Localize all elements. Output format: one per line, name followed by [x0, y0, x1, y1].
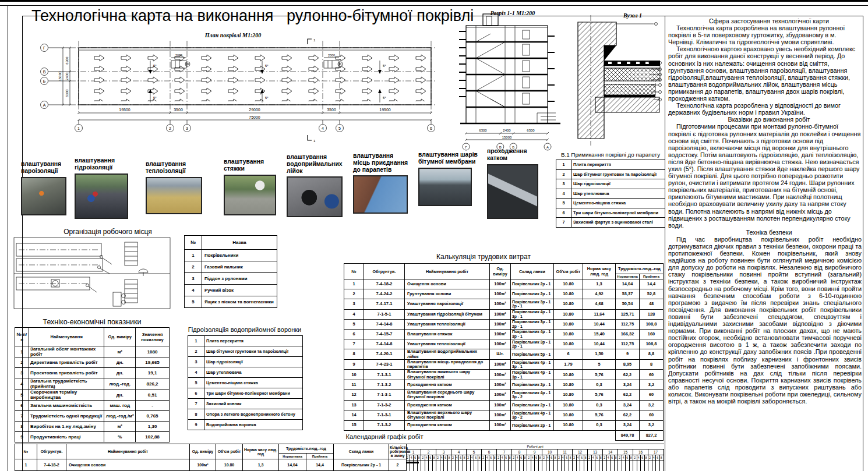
waterproofing-photo: [75, 173, 128, 219]
table-row: 5Цементно-піщана стяжка: [188, 378, 303, 388]
table-row: 7Трудомісткість одної продукціїлюд.-год.…: [15, 411, 170, 422]
photo-caption: влаштування гідроізоляції: [75, 157, 135, 171]
scope-paragraph-3: Технологічна карта розроблена у відповід…: [668, 102, 862, 116]
table-row: 5Скорочення терміну виробництвадн.0,51: [15, 389, 170, 401]
day-number: 3: [436, 449, 451, 455]
svg-text:5°: 5°: [153, 96, 157, 100]
table-row: 1Покрівельники: [185, 250, 277, 261]
table-row: 3Шар гідроізоляції: [188, 357, 303, 367]
svg-text:75000: 75000: [249, 115, 260, 119]
svg-text:6300: 6300: [527, 129, 535, 132]
roller-photo: [487, 164, 538, 219]
photo-caption: влаштування теплоізоляції: [146, 161, 206, 175]
table-row: 9Продуктивність праці%102,88: [15, 432, 170, 442]
table-row: 8Виробіток на 1-ну люд.змінум²1,30: [15, 422, 170, 432]
table-row: 6Загальна машиномісткістьмаш. год-: [15, 401, 170, 411]
table-row: 4Шар утеплювача: [188, 367, 303, 378]
svg-text:5°: 5°: [153, 64, 157, 68]
table-row: 8Опора з легкого водонепроникного бетону: [188, 409, 303, 420]
table-row: 3Піддон з рулонами: [185, 273, 277, 285]
table-row: 5Цементно-піщана стяжка: [556, 199, 665, 208]
safety-heading: Техніка безпеки: [668, 229, 862, 236]
instructions-paragraph: Підготовчими процесами при монтажі рулон…: [668, 123, 862, 228]
ladder-symbols: [125, 242, 137, 303]
svg-text:2000: 2000: [175, 54, 182, 57]
parapet-junction-photo: [353, 175, 408, 214]
schedule-days-area: Робочі дні 1234567891011121314151617 246…: [406, 444, 664, 471]
total-accepted: 827,2: [640, 430, 664, 440]
workplace-title: Організація робочого місця: [35, 228, 181, 236]
roof-plan-drawing: План покрівлі М1:200 5° 5° 2000: [12, 30, 451, 150]
svg-text:2: 2: [169, 126, 171, 130]
svg-text:А: А: [546, 146, 549, 149]
section-title: Розріз 1-1 М1:200: [491, 10, 535, 16]
table-row: 7Захисний ковпак: [188, 399, 303, 409]
day-number: 12: [573, 449, 588, 455]
total-normative: 849,78: [616, 430, 640, 440]
instructions-heading: Вказівки до виконання робіт: [668, 116, 862, 123]
day-number: 8: [512, 449, 527, 455]
svg-text:А: А: [43, 103, 46, 107]
table-row: 67-4-15-7Влаштування стяжок100м²Покрівел…: [344, 329, 664, 339]
table-row: 107-1-3-1Влаштування нижнього шару бітум…: [344, 370, 664, 380]
table-row: 97-4-23-1Влаштування місць приєднання до…: [344, 359, 664, 370]
photo-figure: влаштування шарів бітумної мембрани: [418, 151, 478, 206]
day-number: 16: [633, 449, 648, 455]
svg-text:15000: 15000: [58, 71, 62, 81]
photo-caption: влаштування водоприймальних лійок: [287, 154, 348, 174]
table-row: 2Газовий пальник: [185, 261, 277, 273]
schedule-subday-row: 2468246824682468246824682468246824682468…: [406, 455, 664, 461]
photo-caption: влаштування шарів бітумної мембрани: [418, 151, 478, 165]
table-row: 6Три шари бітумно-полімерної мембрани: [188, 388, 303, 399]
node-detail-drawing: Вузол 1: [560, 9, 665, 150]
photo-figure: влаштування теплоізоляції: [146, 161, 206, 214]
day-number: 11: [558, 449, 573, 455]
day-number: 2: [421, 449, 436, 455]
svg-text:Г: Г: [465, 146, 467, 149]
svg-text:1: 1: [313, 139, 316, 143]
photo-figure: влаштування гідроізоляції: [75, 157, 135, 219]
svg-text:6: 6: [430, 126, 432, 130]
photo-figure: влаштування місць приєднання до парапеті…: [353, 153, 411, 214]
scope-paragraph-2: Технологічною картою враховано увесь нео…: [668, 45, 862, 102]
table-row: 1Загальний обсяг монтажних робітм²1080: [15, 346, 170, 357]
svg-text:2400: 2400: [503, 129, 511, 132]
table-row: 127-1-3-1Влаштування середнього шару біт…: [344, 390, 664, 401]
svg-text:5: 5: [338, 126, 341, 130]
table-row: 4Загальна трудомісткість (прийнята)люд.-…: [15, 378, 170, 389]
svg-text:4: 4: [322, 126, 324, 130]
drain-funnel-photo: [287, 176, 343, 217]
svg-text:3: 3: [186, 126, 188, 130]
table-row: 7Захисний фартух з оцинкованої сталі: [556, 218, 665, 228]
tep-title: Техніко-економічні показники: [15, 318, 170, 326]
parapet-legend-table: 1Плита перекриття2Шар бітумної грунтовки…: [556, 160, 665, 228]
scope-paragraph-1: Технологічна карта розроблена на влаштув…: [668, 24, 862, 45]
svg-text:2400: 2400: [65, 72, 69, 80]
photo-figure: влаштування пароізоляції: [21, 161, 79, 215]
table-row: 2Директивна тривалість робітдн.19,665: [15, 357, 170, 368]
table-row: 5Ящик з піском та вогнегасники: [185, 296, 277, 308]
svg-text:3500: 3500: [327, 108, 336, 112]
insulation-photo: [146, 177, 202, 214]
funnel-symbol: [139, 269, 148, 276]
schedule-table: № Обгрунтув. Найменування робіт Од. вимі…: [15, 444, 407, 471]
svg-text:3500: 3500: [174, 108, 183, 112]
safety-paragraph: Під час виробництва покрівельних робіт н…: [668, 236, 862, 405]
table-row: 2Шар бітумної грунтовки та пароізоляції: [556, 169, 665, 179]
table-row: 2Шар бітумної грунтовки та пароізоляції: [188, 346, 303, 357]
photo-caption: влаштування пароізоляції: [21, 161, 79, 175]
svg-text:Б: Б: [43, 79, 46, 83]
day-number: 5: [467, 449, 482, 455]
table-row: 77-4-14-8Улаштування теплоізоляції100м²П…: [344, 339, 664, 349]
top-rule: [0, 0, 868, 2]
schedule-title: Календарний графік робіт: [317, 433, 451, 440]
table-row: 6Три шари бітумно-полімерної мембрани: [556, 208, 665, 218]
table-row: 4Ручний візок: [185, 285, 277, 296]
working-days-label: Робочі дні: [406, 444, 664, 449]
svg-text:29000: 29000: [249, 108, 260, 112]
table-row: 57-4-14-8Улаштування теплоізоляції100м²П…: [344, 319, 664, 329]
bitumen-membrane-photo: [418, 168, 472, 206]
table-row: 47-1-5-1Улаштування гідроізоляції бітумо…: [344, 309, 664, 319]
photo-figure: влаштування стяжки: [224, 158, 282, 215]
funnel-legend-table: 1Плита перекриття2Шар бітумної грунтовки…: [188, 335, 303, 430]
